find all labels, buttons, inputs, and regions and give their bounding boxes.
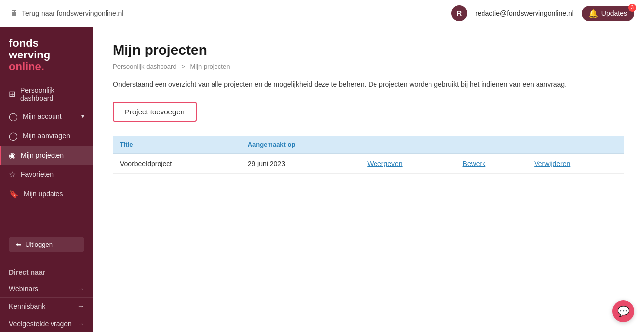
arrow-right-icon: → (77, 320, 84, 328)
layout: fonds werving online. ⊞ Persoonlijk dash… (0, 27, 644, 332)
chevron-down-icon: ▾ (81, 113, 84, 120)
topbar: 🖥 Terug naar fondswervingonline.nl R red… (0, 0, 644, 27)
col-actions3 (527, 136, 624, 154)
add-project-button[interactable]: Project toevoegen (113, 102, 197, 122)
project-title: Voorbeeldproject (113, 154, 241, 174)
page-description: Onderstaand een overzicht van alle proje… (113, 79, 624, 90)
sidebar-label-dashboard: Persoonlijk dashboard (20, 86, 84, 102)
sidebar-item-favorieten[interactable]: ☆ Favorieten (0, 165, 93, 184)
faq-label: Veelgestelde vragen (9, 320, 72, 328)
breadcrumb-sep: > (181, 63, 185, 70)
sidebar-nav: ⊞ Persoonlijk dashboard ◯ Mijn account ▾… (0, 81, 93, 229)
avatar: R (451, 5, 467, 21)
back-link[interactable]: 🖥 Terug naar fondswervingonline.nl (10, 9, 123, 18)
bookmark-icon: 🔖 (9, 189, 19, 199)
sidebar-item-dashboard[interactable]: ⊞ Persoonlijk dashboard (0, 81, 93, 107)
direct-item-kennisbank[interactable]: Kennisbank → (0, 297, 93, 315)
project-date: 29 juni 2023 (241, 154, 361, 174)
sidebar-item-account[interactable]: ◯ Mijn account ▾ (0, 107, 93, 126)
direct-naar-label: Direct naar (0, 260, 93, 280)
chat-bubble[interactable]: 💬 (612, 300, 634, 322)
page-title: Mijn projecten (113, 42, 624, 58)
sidebar-bottom: ⬅ Uitloggen (0, 229, 93, 260)
sidebar-item-updates[interactable]: 🔖 Mijn updates (0, 184, 93, 204)
sidebar-label-favorieten: Favorieten (21, 170, 54, 178)
star-icon: ☆ (9, 170, 16, 179)
sidebar-label-aanvragen: Mijn aanvragen (23, 132, 70, 140)
updates-button[interactable]: 🔔 Updates 3 (582, 6, 634, 21)
projecten-icon: ◉ (9, 151, 16, 160)
view-link[interactable]: Weergeven (367, 160, 402, 167)
sidebar-label-projecten: Mijn projecten (21, 151, 64, 159)
direct-item-webinars[interactable]: Webinars → (0, 280, 93, 297)
kennisbank-label: Kennisbank (9, 302, 45, 310)
breadcrumb: Persoonlijk dashboard > Mijn projecten (113, 63, 624, 70)
updates-badge: 3 (628, 4, 636, 12)
topbar-right: R redactie@fondswervingonline.nl 🔔 Updat… (451, 5, 634, 21)
delete-link[interactable]: Verwijderen (534, 160, 570, 167)
user-email: redactie@fondswervingonline.nl (475, 9, 574, 17)
table-row: Voorbeeldproject 29 juni 2023 Weergeven … (113, 154, 624, 174)
logout-button[interactable]: ⬅ Uitloggen (9, 237, 84, 252)
logout-label: Uitloggen (25, 241, 53, 248)
back-label: Terug naar fondswervingonline.nl (22, 9, 123, 17)
updates-label: Updates (601, 9, 627, 17)
monitor-icon: 🖥 (10, 9, 18, 18)
arrow-right-icon: → (77, 302, 84, 310)
logo[interactable]: fonds werving online. (0, 27, 93, 81)
bell-icon: 🔔 (589, 9, 598, 18)
main-content: Mijn projecten Persoonlijk dashboard > M… (93, 27, 644, 332)
col-date: Aangemaakt op (241, 136, 361, 154)
sidebar-item-aanvragen[interactable]: ◯ Mijn aanvragen (0, 126, 93, 146)
sidebar: fonds werving online. ⊞ Persoonlijk dash… (0, 27, 93, 332)
account-icon: ◯ (9, 112, 18, 121)
direct-item-faq[interactable]: Veelgestelde vragen → (0, 315, 93, 332)
aanvragen-icon: ◯ (9, 131, 18, 141)
arrow-right-icon: → (77, 285, 84, 293)
projects-table: Title Aangemaakt op Voorbeeldproject 29 … (113, 136, 624, 174)
logo-line1: fonds (9, 37, 84, 49)
sidebar-label-updates: Mijn updates (24, 190, 63, 198)
active-border (0, 146, 1, 165)
breadcrumb-current: Mijn projecten (190, 63, 230, 70)
table-header: Title Aangemaakt op (113, 136, 624, 154)
logo-line3: online. (9, 61, 84, 73)
grid-icon: ⊞ (9, 89, 15, 99)
logout-icon: ⬅ (16, 241, 21, 248)
table-body: Voorbeeldproject 29 juni 2023 Weergeven … (113, 154, 624, 174)
logo-line2: werving (9, 49, 84, 61)
col-actions (360, 136, 455, 154)
col-actions2 (456, 136, 528, 154)
edit-link[interactable]: Bewerk (463, 160, 486, 167)
sidebar-label-account: Mijn account (23, 112, 62, 120)
col-title: Title (113, 136, 241, 154)
webinars-label: Webinars (9, 285, 38, 293)
chat-icon: 💬 (617, 305, 630, 317)
sidebar-item-projecten[interactable]: ◉ Mijn projecten (0, 146, 93, 165)
breadcrumb-home: Persoonlijk dashboard (113, 63, 177, 70)
